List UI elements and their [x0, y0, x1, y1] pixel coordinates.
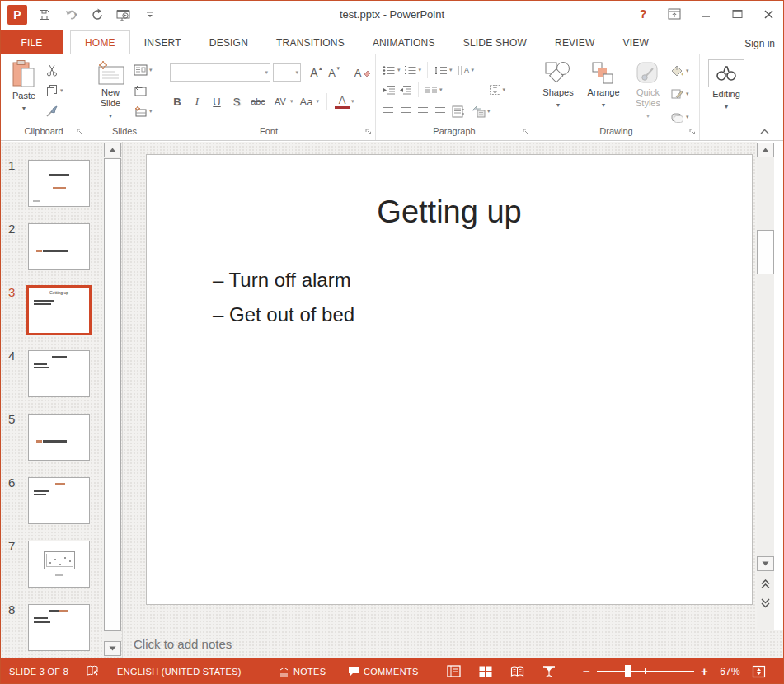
align-right-button[interactable] — [417, 106, 429, 116]
tab-design[interactable]: DESIGN — [195, 30, 262, 54]
tab-view[interactable]: VIEW — [609, 30, 663, 54]
slide-canvas[interactable]: Getting up – Turn off alarm – Get out of… — [146, 154, 753, 605]
tab-insert[interactable]: INSERT — [130, 30, 195, 54]
grow-font-button[interactable]: A▴ — [307, 63, 322, 82]
thumbnail-panel-scrollbar[interactable] — [104, 143, 121, 657]
section-dropdown-icon[interactable]: ▾ — [149, 108, 153, 115]
font-name-combobox[interactable]: ▾ — [170, 63, 270, 82]
justify-button[interactable] — [434, 106, 446, 116]
editor-scroll-down-button[interactable] — [757, 556, 774, 571]
tab-review[interactable]: REVIEW — [541, 30, 609, 54]
bullets-button[interactable]: ▾ — [383, 61, 401, 79]
slide-title[interactable]: Getting up — [147, 194, 752, 230]
shapes-dropdown-icon[interactable]: ▼ — [556, 100, 561, 110]
slide-thumbnail-5[interactable] — [28, 414, 90, 461]
maximize-button[interactable] — [727, 5, 747, 23]
shape-fill-dropdown-icon[interactable]: ▾ — [686, 68, 689, 74]
clipboard-dialog-launcher-icon[interactable] — [77, 129, 83, 135]
convert-to-smartart-button[interactable]: ▾ — [471, 102, 491, 120]
normal-view-button[interactable] — [447, 665, 461, 677]
zoom-slider-thumb[interactable] — [625, 665, 631, 677]
slide-sorter-view-button[interactable] — [479, 666, 492, 677]
character-spacing-button[interactable]: AV▾ — [272, 92, 293, 110]
editing-button[interactable]: Editing ▼ — [706, 59, 747, 112]
shape-outline-dropdown-icon[interactable]: ▾ — [686, 91, 689, 97]
fit-slide-to-window-button[interactable] — [752, 665, 766, 678]
text-shadow-button[interactable]: S — [229, 96, 244, 108]
shrink-font-button[interactable]: A▾ — [325, 63, 340, 82]
arrange-dropdown-icon[interactable]: ▼ — [601, 100, 607, 110]
start-slideshow-button[interactable] — [115, 6, 133, 24]
sign-in-link[interactable]: Sign in — [744, 38, 775, 49]
editing-dropdown-icon[interactable]: ▼ — [724, 101, 730, 112]
tab-home[interactable]: HOME — [70, 30, 130, 54]
repeat-button[interactable] — [88, 6, 106, 24]
decrease-indent-button[interactable] — [383, 81, 396, 99]
ribbon-display-options-button[interactable] — [664, 5, 684, 23]
quick-styles-button[interactable]: Quick Styles ▼ — [627, 61, 669, 121]
comments-toggle-button[interactable]: COMMENTS — [348, 658, 419, 684]
shape-effects-dropdown-icon[interactable]: ▾ — [686, 114, 689, 120]
paste-button[interactable]: Paste ▼ — [7, 59, 40, 114]
format-painter-button[interactable] — [45, 102, 63, 120]
quick-styles-dropdown-icon[interactable]: ▼ — [646, 110, 651, 121]
shape-fill-button[interactable]: ▾ — [670, 62, 689, 80]
tab-animations[interactable]: ANIMATIONS — [359, 30, 449, 54]
arrange-button[interactable]: Arrange ▼ — [581, 61, 626, 110]
shape-outline-button[interactable]: ▾ — [670, 85, 689, 103]
previous-slide-button[interactable] — [757, 577, 774, 592]
shape-effects-button[interactable]: ▾ — [670, 108, 689, 126]
layout-dropdown-icon[interactable]: ▾ — [149, 67, 153, 73]
add-remove-columns-button[interactable] — [452, 105, 465, 118]
font-size-combobox[interactable]: ▾ — [273, 63, 301, 82]
customize-qat-dropdown-icon[interactable] — [141, 6, 159, 24]
tab-file[interactable]: FILE — [1, 30, 63, 54]
slide-bullet-2[interactable]: – Get out of bed — [213, 303, 354, 326]
panel-scroll-up-button[interactable] — [104, 143, 121, 157]
slide-bullet-1[interactable]: – Turn off alarm — [213, 269, 351, 292]
slideshow-view-button[interactable] — [542, 666, 556, 677]
numbering-dropdown-icon[interactable]: ▾ — [419, 67, 422, 73]
strikethrough-button[interactable]: abc — [249, 96, 267, 106]
drawing-dialog-launcher-icon[interactable] — [689, 129, 696, 135]
align-left-button[interactable] — [383, 106, 394, 116]
shapes-button[interactable]: Shapes ▼ — [538, 61, 578, 110]
font-dialog-launcher-icon[interactable] — [365, 129, 372, 135]
smartart-dropdown-icon[interactable]: ▾ — [487, 108, 491, 115]
editor-scrollbar-thumb[interactable] — [757, 230, 774, 274]
notes-placeholder[interactable]: Click to add notes — [134, 637, 232, 651]
numbering-button[interactable]: ▾ — [404, 61, 422, 79]
align-center-button[interactable] — [400, 106, 411, 116]
slide-thumbnail-8[interactable] — [28, 604, 90, 651]
section-button[interactable]: ▾ — [134, 102, 153, 120]
columns-dropdown-icon[interactable]: ▾ — [439, 87, 443, 93]
spell-check-button[interactable] — [87, 658, 100, 684]
bold-button[interactable]: B — [170, 96, 185, 108]
align-text-button[interactable]: ▾ — [489, 81, 506, 99]
slide-thumbnail-2[interactable] — [28, 223, 90, 270]
undo-dropdown-icon[interactable]: ▾ — [74, 12, 77, 18]
copy-dropdown-icon[interactable]: ▾ — [60, 87, 63, 94]
notes-pane[interactable]: Click to add notes — [122, 630, 784, 658]
save-button[interactable] — [35, 6, 54, 24]
language-indicator[interactable]: ENGLISH (UNITED STATES) — [117, 658, 242, 684]
underline-button[interactable]: U — [209, 96, 224, 108]
copy-button[interactable]: ▾ — [45, 82, 63, 100]
slide-layout-button[interactable]: ▾ — [134, 61, 153, 79]
zoom-in-button[interactable]: + — [701, 664, 708, 678]
cut-button[interactable] — [45, 61, 63, 79]
notes-toggle-button[interactable]: NOTES — [279, 658, 326, 684]
line-spacing-button[interactable]: ▾ — [434, 61, 453, 79]
next-slide-button[interactable] — [757, 596, 774, 611]
change-case-button[interactable]: Aa▾ — [298, 92, 320, 110]
text-direction-button[interactable]: A ▾ — [456, 61, 475, 79]
minimize-button[interactable] — [696, 5, 716, 23]
slide-thumbnail-3-selected[interactable]: Getting up — [26, 285, 92, 335]
columns-button[interactable]: ▾ — [425, 81, 443, 99]
font-color-button[interactable]: A▾ — [335, 92, 354, 110]
undo-button[interactable]: ▾ — [62, 6, 80, 24]
slide-thumbnail-6[interactable] — [28, 477, 90, 524]
slide-indicator[interactable]: SLIDE 3 OF 8 — [9, 658, 68, 684]
tab-transitions[interactable]: TRANSITIONS — [262, 30, 359, 54]
panel-scroll-down-button[interactable] — [104, 641, 121, 656]
